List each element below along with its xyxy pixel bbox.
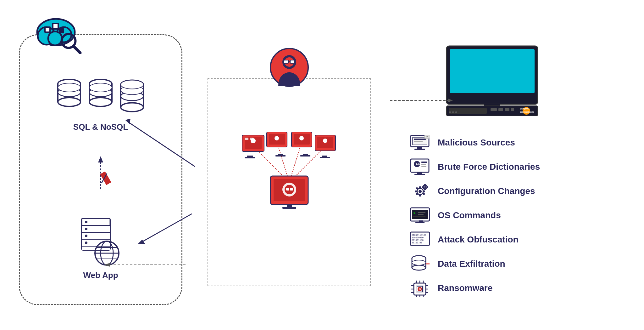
svg-rect-131 <box>414 174 425 175</box>
svg-line-98 <box>142 214 192 242</box>
svg-rect-153 <box>413 216 425 217</box>
svg-rect-113 <box>449 111 451 113</box>
svg-rect-155 <box>415 222 425 223</box>
svg-rect-135 <box>419 194 421 196</box>
svg-text:?: ? <box>426 135 428 139</box>
cloud-icon <box>32 13 83 55</box>
attacker-figure <box>269 47 310 99</box>
svg-point-133 <box>419 190 422 193</box>
svg-rect-120 <box>417 147 422 149</box>
svg-rect-73 <box>275 155 286 156</box>
legend-item-ransomware: ✕ Ransomware <box>409 280 579 297</box>
right-area: IMPERVA SECURESPHERE <box>396 43 579 297</box>
svg-text:SECURESPHERE: SECURESPHERE <box>520 111 534 113</box>
os-commands-label: OS Commands <box>438 210 501 220</box>
legend-item-attack-obfuscation: 01010110100 110110010 001101100 10110101… <box>409 231 579 248</box>
legend-item-brute-force: Aa Brute Force Dictionaries <box>409 158 579 176</box>
data-exfiltration-label: Data Exfiltration <box>438 259 505 269</box>
db-icon-2 <box>88 78 113 110</box>
svg-rect-129 <box>421 166 426 167</box>
svg-line-8 <box>73 46 80 53</box>
svg-point-15 <box>58 98 80 106</box>
svg-rect-119 <box>414 141 423 142</box>
config-changes-icon <box>409 183 431 200</box>
malicious-sources-icon: ? <box>409 134 431 151</box>
ransomware-label: Ransomware <box>438 283 492 293</box>
svg-point-44 <box>85 228 87 230</box>
legend-item-malicious-sources: ? Malicious Sources <box>409 134 579 151</box>
brute-force-icon: Aa <box>409 158 431 176</box>
monitor-section: IMPERVA SECURESPHERE <box>409 43 579 118</box>
svg-rect-56 <box>290 60 295 63</box>
svg-rect-78 <box>300 155 310 156</box>
legend-list: ? Malicious Sources Aa <box>409 134 579 297</box>
svg-rect-134 <box>419 186 421 189</box>
webapp-section: Web App <box>75 215 126 280</box>
webapp-icon <box>75 215 126 266</box>
svg-text:✕: ✕ <box>419 288 421 291</box>
svg-text:Aa: Aa <box>415 162 420 166</box>
svg-point-45 <box>85 235 87 237</box>
svg-rect-65 <box>245 138 248 140</box>
svg-rect-66 <box>250 138 253 140</box>
svg-rect-121 <box>414 149 425 150</box>
webapp-label: Web App <box>83 270 118 280</box>
svg-text:01010110100: 01010110100 <box>412 234 426 236</box>
svg-rect-91 <box>282 207 296 209</box>
svg-rect-137 <box>423 191 425 192</box>
svg-marker-34 <box>98 156 103 162</box>
svg-rect-147 <box>426 186 428 188</box>
svg-rect-127 <box>421 162 427 163</box>
brute-force-label: Brute Force Dictionaries <box>438 162 540 172</box>
svg-rect-109 <box>511 108 514 111</box>
svg-point-24 <box>89 83 112 92</box>
main-container: SQL & NoSQL <box>0 0 644 330</box>
svg-text:IMPERVA: IMPERVA <box>520 108 529 110</box>
attack-obfuscation-icon: 01010110100 110110010 001101100 10110101 <box>409 231 431 248</box>
svg-rect-108 <box>505 108 509 111</box>
securesphere-monitor: IMPERVA SECURESPHERE <box>443 43 544 118</box>
svg-text:110110010: 110110010 <box>412 236 424 239</box>
svg-rect-152 <box>418 214 424 215</box>
svg-point-46 <box>85 242 87 244</box>
svg-rect-9 <box>46 28 49 31</box>
svg-rect-144 <box>424 184 426 186</box>
middle-area <box>182 28 396 311</box>
svg-marker-95 <box>104 263 110 267</box>
svg-point-29 <box>121 103 143 112</box>
svg-rect-145 <box>424 188 426 190</box>
svg-text:001101100: 001101100 <box>412 239 424 242</box>
svg-rect-151 <box>418 212 425 213</box>
right-arrow-line <box>390 97 453 98</box>
svg-rect-115 <box>455 111 457 113</box>
svg-rect-88 <box>286 188 289 191</box>
svg-rect-6 <box>59 28 64 33</box>
attack-obfuscation-label: Attack Obfuscation <box>438 235 519 245</box>
db-arrow <box>119 116 198 173</box>
svg-point-166 <box>412 260 426 265</box>
svg-rect-136 <box>415 191 418 192</box>
svg-rect-83 <box>320 157 330 158</box>
svg-rect-68 <box>245 157 255 158</box>
svg-point-17 <box>58 83 80 92</box>
svg-text:>_: >_ <box>414 211 418 215</box>
svg-point-3 <box>48 31 62 45</box>
svg-point-76 <box>299 136 304 140</box>
svg-line-96 <box>129 122 195 167</box>
data-exfiltration-icon <box>409 255 431 273</box>
config-changes-label: Configuration Changes <box>438 186 535 196</box>
svg-point-32 <box>121 80 143 89</box>
ransomware-icon: ✕ <box>409 280 431 297</box>
os-commands-icon: >_ <box>409 207 431 224</box>
svg-rect-55 <box>284 60 288 63</box>
bot-cluster <box>236 132 343 215</box>
svg-rect-101 <box>450 49 535 93</box>
left-arrow-line <box>104 262 186 263</box>
svg-point-22 <box>89 98 112 106</box>
svg-rect-107 <box>498 108 503 111</box>
legend-item-os-commands: >_ OS Commands <box>409 207 579 224</box>
svg-text:10110101: 10110101 <box>412 242 422 244</box>
svg-rect-106 <box>491 108 497 111</box>
svg-rect-10 <box>53 24 58 28</box>
svg-rect-105 <box>449 108 487 114</box>
